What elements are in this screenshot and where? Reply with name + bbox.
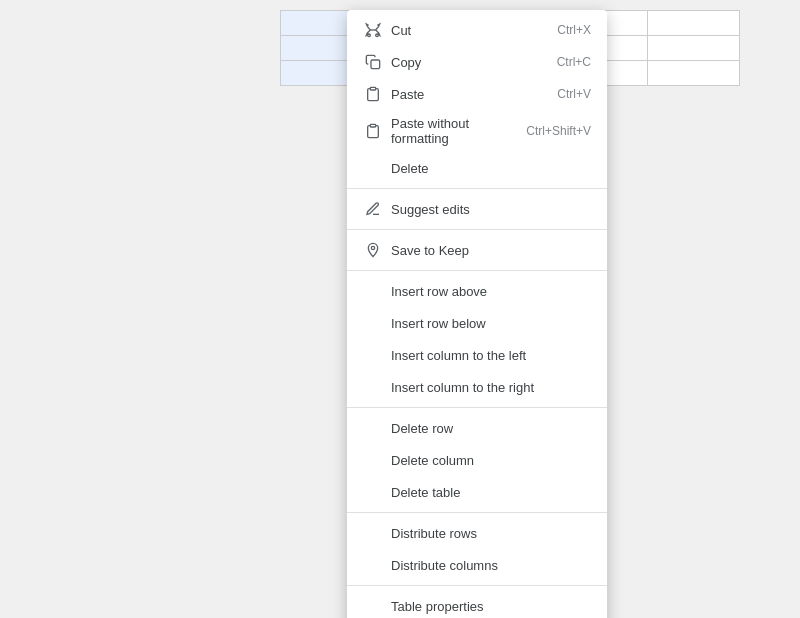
- menu-item-paste[interactable]: Paste Ctrl+V: [347, 78, 607, 110]
- cut-shortcut: Ctrl+X: [557, 23, 591, 37]
- menu-item-insert-col-left[interactable]: Insert column to the left: [347, 339, 607, 371]
- delete-label: Delete: [391, 161, 591, 176]
- paste-shortcut: Ctrl+V: [557, 87, 591, 101]
- copy-label: Copy: [391, 55, 541, 70]
- paste-label: Paste: [391, 87, 541, 102]
- delete-column-label: Delete column: [391, 453, 591, 468]
- menu-item-suggest-edits[interactable]: Suggest edits: [347, 193, 607, 225]
- menu-item-save-keep[interactable]: Save to Keep: [347, 234, 607, 266]
- menu-item-insert-row-above[interactable]: Insert row above: [347, 275, 607, 307]
- menu-item-insert-row-below[interactable]: Insert row below: [347, 307, 607, 339]
- insert-col-left-label: Insert column to the left: [391, 348, 591, 363]
- table-properties-label: Table properties: [391, 599, 591, 614]
- suggest-edits-label: Suggest edits: [391, 202, 591, 217]
- copy-icon: [363, 52, 383, 72]
- svg-rect-4: [370, 124, 375, 127]
- delete-row-label: Delete row: [391, 421, 591, 436]
- divider-5: [347, 512, 607, 513]
- delete-table-label: Delete table: [391, 485, 591, 500]
- paste-plain-label: Paste without formatting: [391, 116, 510, 146]
- delete-col-placeholder: [363, 450, 383, 470]
- keep-icon: [363, 240, 383, 260]
- suggest-icon: [363, 199, 383, 219]
- insert-row-below-placeholder: [363, 313, 383, 333]
- divider-4: [347, 407, 607, 408]
- distribute-rows-label: Distribute rows: [391, 526, 591, 541]
- paste-plain-icon: [363, 121, 383, 141]
- page-background: Cut Ctrl+X Copy Ctrl+C Paste C: [0, 0, 800, 618]
- insert-col-left-placeholder: [363, 345, 383, 365]
- menu-item-distribute-columns[interactable]: Distribute columns: [347, 549, 607, 581]
- menu-item-distribute-rows[interactable]: Distribute rows: [347, 517, 607, 549]
- paste-icon: [363, 84, 383, 104]
- divider-1: [347, 188, 607, 189]
- context-menu: Cut Ctrl+X Copy Ctrl+C Paste C: [347, 10, 607, 618]
- delete-table-placeholder: [363, 482, 383, 502]
- insert-col-right-placeholder: [363, 377, 383, 397]
- cut-icon: [363, 20, 383, 40]
- menu-item-copy[interactable]: Copy Ctrl+C: [347, 46, 607, 78]
- table-props-placeholder: [363, 596, 383, 616]
- menu-item-cut[interactable]: Cut Ctrl+X: [347, 14, 607, 46]
- distribute-cols-placeholder: [363, 555, 383, 575]
- menu-item-insert-col-right[interactable]: Insert column to the right: [347, 371, 607, 403]
- menu-item-delete-row[interactable]: Delete row: [347, 412, 607, 444]
- insert-row-above-label: Insert row above: [391, 284, 591, 299]
- menu-item-delete-table[interactable]: Delete table: [347, 476, 607, 508]
- paste-plain-shortcut: Ctrl+Shift+V: [526, 124, 591, 138]
- delete-icon-placeholder: [363, 158, 383, 178]
- delete-row-placeholder: [363, 418, 383, 438]
- save-keep-label: Save to Keep: [391, 243, 591, 258]
- svg-point-5: [371, 246, 374, 249]
- divider-3: [347, 270, 607, 271]
- distribute-columns-label: Distribute columns: [391, 558, 591, 573]
- copy-shortcut: Ctrl+C: [557, 55, 591, 69]
- insert-row-below-label: Insert row below: [391, 316, 591, 331]
- cut-label: Cut: [391, 23, 541, 38]
- svg-rect-2: [371, 60, 380, 69]
- insert-col-right-label: Insert column to the right: [391, 380, 591, 395]
- divider-2: [347, 229, 607, 230]
- menu-item-table-properties[interactable]: Table properties: [347, 590, 607, 618]
- distribute-rows-placeholder: [363, 523, 383, 543]
- divider-6: [347, 585, 607, 586]
- menu-item-delete[interactable]: Delete: [347, 152, 607, 184]
- menu-item-delete-column[interactable]: Delete column: [347, 444, 607, 476]
- insert-row-above-placeholder: [363, 281, 383, 301]
- menu-item-paste-plain[interactable]: Paste without formatting Ctrl+Shift+V: [347, 110, 607, 152]
- svg-rect-3: [370, 87, 375, 90]
